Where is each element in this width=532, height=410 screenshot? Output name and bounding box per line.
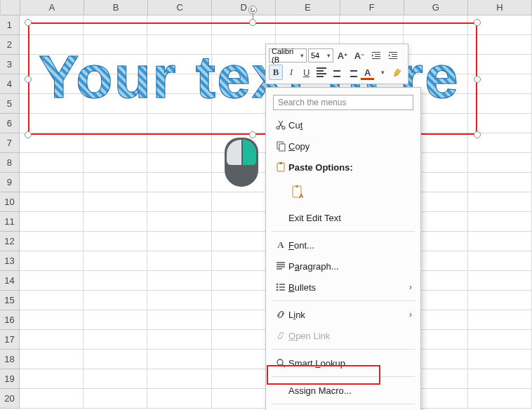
row-header[interactable]: 8 (0, 153, 20, 173)
copy-icon (273, 140, 288, 152)
font-size-combo[interactable]: 54 ▾ (308, 48, 333, 62)
context-menu: Search the menus Cut Copy Paste Options:… (265, 87, 421, 410)
open-link-icon (273, 330, 288, 341)
col-header[interactable]: H (468, 0, 532, 15)
paste-keep-text-button[interactable]: A (288, 183, 308, 202)
svg-text:A: A (299, 192, 304, 199)
row-header[interactable]: 10 (0, 192, 20, 212)
shrink-font-button[interactable]: A (352, 48, 367, 63)
search-icon (273, 357, 288, 369)
resize-handle[interactable] (474, 19, 481, 26)
menu-label: Smart Lookup (288, 358, 412, 369)
submenu-arrow-icon: › (409, 310, 412, 319)
row-header[interactable]: 12 (0, 232, 20, 251)
menu-open-link: Open Link (266, 325, 420, 346)
italic-button[interactable]: I (284, 65, 298, 80)
row-header[interactable]: 17 (0, 330, 20, 350)
col-header[interactable]: C (148, 0, 212, 15)
svg-point-11 (277, 289, 279, 291)
font-name-value: Calibri (B (272, 47, 300, 64)
paste-options-row: A (266, 178, 420, 207)
menu-label: Paragraph... (288, 261, 412, 272)
svg-rect-3 (279, 144, 285, 151)
row-header[interactable]: 18 (0, 350, 20, 369)
menu-assign-macro[interactable]: Assign Macro... (266, 380, 420, 401)
menu-label: Font... (288, 240, 412, 251)
link-icon (273, 309, 288, 320)
select-all-corner[interactable] (1, 0, 20, 15)
font-color-button[interactable]: A (361, 65, 375, 80)
svg-point-12 (277, 359, 283, 365)
rotation-handle[interactable] (248, 6, 257, 14)
paragraph-icon (273, 260, 288, 272)
chevron-down-icon: ▾ (327, 52, 331, 59)
bullets-icon (273, 282, 288, 293)
row-header[interactable]: 6 (0, 114, 20, 133)
resize-handle[interactable] (474, 131, 481, 138)
resize-handle[interactable] (25, 19, 32, 26)
col-header[interactable]: G (404, 0, 468, 15)
mini-toolbar: Calibri (B ▾ 54 ▾ A A B I U A ▾ (265, 44, 408, 84)
align-right-button[interactable] (345, 65, 359, 80)
menu-font[interactable]: A Font... (266, 234, 420, 256)
menu-exit-edit-text[interactable]: Exit Edit Text (266, 207, 420, 228)
menu-format-text-effects[interactable]: Format Text Effects... (266, 407, 420, 410)
align-center-button[interactable] (330, 65, 344, 80)
menu-copy[interactable]: Copy (266, 135, 420, 157)
row-header[interactable]: 1 (0, 15, 20, 35)
row-header[interactable]: 15 (0, 291, 20, 310)
row-header[interactable]: 2 (0, 35, 20, 55)
menu-link[interactable]: Link › (266, 304, 420, 325)
menu-separator (272, 404, 415, 404)
menu-bullets[interactable]: Bullets › (266, 277, 420, 298)
row-header[interactable]: 5 (0, 94, 20, 114)
resize-handle[interactable] (249, 19, 256, 26)
row-header[interactable]: 14 (0, 271, 20, 291)
font-icon: A (273, 239, 288, 251)
scissors-icon (273, 119, 288, 131)
col-header[interactable]: D (212, 0, 276, 15)
row-header[interactable]: 3 (0, 55, 20, 74)
col-header[interactable]: F (340, 0, 404, 15)
underline-button[interactable]: U (300, 65, 314, 80)
row-header[interactable]: 4 (0, 74, 20, 94)
column-headers: A B C D E F G H (0, 0, 532, 15)
col-header[interactable]: B (84, 0, 148, 15)
bold-button[interactable]: B (269, 65, 283, 80)
row-header[interactable]: 19 (0, 369, 20, 389)
row-header[interactable]: 13 (0, 251, 20, 271)
increase-indent-button[interactable] (385, 48, 401, 63)
menu-separator (272, 231, 415, 232)
font-size-value: 54 (311, 51, 319, 60)
format-painter-button[interactable] (391, 65, 405, 80)
col-header[interactable]: E (276, 0, 340, 15)
font-color-dropdown[interactable]: ▾ (375, 65, 390, 80)
submenu-arrow-icon: › (409, 282, 412, 292)
menu-separator (272, 300, 415, 301)
row-header[interactable]: 20 (0, 389, 20, 409)
svg-point-10 (277, 286, 279, 289)
menu-label: Paste Options: (288, 162, 412, 173)
menu-label: Copy (288, 141, 412, 152)
row-header[interactable]: 7 (0, 133, 20, 153)
svg-rect-5 (279, 162, 282, 164)
menu-cut[interactable]: Cut (266, 114, 420, 135)
menu-label: Cut (288, 120, 412, 131)
row-header[interactable]: 16 (0, 310, 20, 330)
menu-separator (272, 349, 415, 350)
resize-handle[interactable] (474, 76, 481, 83)
align-left-button[interactable] (314, 65, 328, 80)
resize-handle[interactable] (25, 131, 32, 138)
menu-paragraph[interactable]: Paragraph... (266, 256, 420, 277)
grow-font-button[interactable]: A (335, 48, 350, 63)
row-header[interactable]: 11 (0, 212, 20, 232)
menu-search-input[interactable]: Search the menus (273, 95, 413, 110)
menu-smart-lookup[interactable]: Smart Lookup (266, 352, 420, 373)
chevron-down-icon: ▾ (300, 52, 304, 59)
resize-handle[interactable] (25, 76, 32, 83)
font-name-combo[interactable]: Calibri (B ▾ (269, 48, 307, 62)
col-header[interactable]: A (20, 0, 84, 15)
decrease-indent-button[interactable] (368, 48, 384, 63)
menu-label: Open Link (288, 331, 412, 341)
row-header[interactable]: 9 (0, 173, 20, 192)
